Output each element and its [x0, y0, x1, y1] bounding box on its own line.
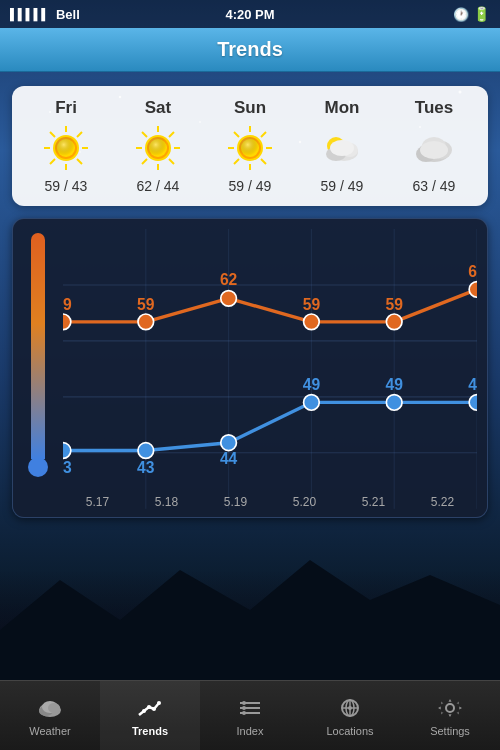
svg-point-98 [242, 701, 246, 705]
forecast-day-sun: Sun [210, 98, 290, 194]
nav-bar: Trends [0, 28, 500, 72]
svg-point-77 [221, 435, 237, 451]
locations-tab-icon [336, 694, 364, 722]
svg-text:43: 43 [137, 459, 155, 476]
tab-settings[interactable]: Settings [400, 681, 500, 750]
svg-text:43: 43 [63, 459, 72, 476]
svg-point-68 [469, 282, 477, 298]
svg-text:49: 49 [385, 376, 403, 393]
day-temp-tues: 63 / 49 [413, 178, 456, 194]
svg-line-30 [142, 159, 147, 164]
tab-locations[interactable]: Locations [300, 681, 400, 750]
svg-line-29 [169, 132, 174, 137]
svg-text:59: 59 [137, 296, 155, 313]
forecast-day-fri: Fri [26, 98, 106, 194]
svg-text:59: 59 [63, 296, 72, 313]
svg-line-41 [261, 132, 266, 137]
tab-bar: Weather Trends Index [0, 680, 500, 750]
svg-point-75 [63, 443, 71, 459]
settings-tab-icon [436, 694, 464, 722]
svg-point-66 [304, 314, 320, 330]
svg-line-27 [142, 132, 147, 137]
tab-trends[interactable]: Trends [100, 681, 200, 750]
svg-point-31 [147, 137, 169, 159]
svg-point-53 [420, 141, 448, 159]
svg-point-100 [242, 711, 246, 715]
svg-point-105 [348, 706, 352, 710]
svg-point-19 [55, 137, 77, 159]
carrier-signal: ▌▌▌▌▌ Bell [10, 7, 80, 22]
tab-index[interactable]: Index [200, 681, 300, 750]
forecast-day-mon: Mon 59 / 49 [302, 98, 382, 194]
tab-label-trends: Trends [132, 725, 168, 737]
alarm-icon: 🕐 [453, 7, 469, 22]
sunny-icon-sat [132, 122, 184, 174]
signal-bars: ▌▌▌▌▌ [10, 8, 49, 20]
status-icons: 🕐 🔋 [453, 6, 490, 22]
svg-line-42 [234, 159, 239, 164]
battery-icon: 🔋 [473, 6, 490, 22]
chart-svg: 59 59 62 59 59 63 43 43 44 49 49 49 [63, 229, 477, 509]
sunny-icon-fri [40, 122, 92, 174]
svg-line-15 [50, 132, 55, 137]
day-name-fri: Fri [55, 98, 77, 118]
day-name-mon: Mon [325, 98, 360, 118]
svg-point-65 [221, 291, 237, 307]
svg-point-94 [157, 701, 161, 705]
svg-text:49: 49 [303, 376, 321, 393]
sunny-icon-sun [224, 122, 276, 174]
thermometer [27, 233, 49, 477]
svg-text:49: 49 [468, 376, 477, 393]
day-temp-mon: 59 / 49 [321, 178, 364, 194]
day-temp-sun: 59 / 49 [229, 178, 272, 194]
svg-line-18 [50, 159, 55, 164]
day-name-sun: Sun [234, 98, 266, 118]
weather-tab-icon [36, 694, 64, 722]
svg-line-39 [234, 132, 239, 137]
day-name-sat: Sat [145, 98, 171, 118]
chart-card: 59 59 62 59 59 63 43 43 44 49 49 49 [12, 218, 488, 518]
x-label-3: 5.20 [270, 495, 339, 509]
partly-cloudy-icon-mon [316, 122, 368, 174]
svg-line-16 [77, 159, 82, 164]
page-title: Trends [217, 38, 283, 61]
x-label-1: 5.18 [132, 495, 201, 509]
svg-line-40 [261, 159, 266, 164]
x-label-2: 5.19 [201, 495, 270, 509]
day-temp-fri: 59 / 43 [45, 178, 88, 194]
index-tab-icon [236, 694, 264, 722]
svg-point-76 [138, 443, 154, 459]
svg-point-99 [242, 706, 246, 710]
svg-point-67 [386, 314, 402, 330]
svg-point-106 [446, 704, 454, 712]
svg-text:59: 59 [303, 296, 321, 313]
svg-line-17 [77, 132, 82, 137]
trends-tab-icon [136, 694, 164, 722]
svg-point-79 [386, 395, 402, 411]
day-name-tues: Tues [415, 98, 453, 118]
status-bar: ▌▌▌▌▌ Bell 4:20 PM 🕐 🔋 [0, 0, 500, 28]
svg-point-80 [469, 395, 477, 411]
svg-point-91 [142, 709, 146, 713]
svg-point-63 [63, 314, 71, 330]
svg-point-78 [304, 395, 320, 411]
svg-point-43 [239, 137, 261, 159]
svg-text:62: 62 [220, 271, 238, 288]
carrier-name: Bell [56, 7, 80, 22]
x-label-0: 5.17 [63, 495, 132, 509]
tab-label-index: Index [237, 725, 264, 737]
svg-text:63: 63 [468, 263, 477, 280]
tab-label-weather: Weather [29, 725, 70, 737]
tab-label-locations: Locations [326, 725, 373, 737]
svg-text:44: 44 [220, 450, 238, 467]
forecast-day-tues: Tues 63 / 49 [394, 98, 474, 194]
status-time: 4:20 PM [225, 7, 274, 22]
svg-text:59: 59 [385, 296, 403, 313]
svg-point-92 [147, 705, 151, 709]
x-label-5: 5.22 [408, 495, 477, 509]
thermo-bar [31, 233, 45, 459]
main-content: Fri [0, 72, 500, 680]
tab-label-settings: Settings [430, 725, 470, 737]
day-temp-sat: 62 / 44 [137, 178, 180, 194]
tab-weather[interactable]: Weather [0, 681, 100, 750]
